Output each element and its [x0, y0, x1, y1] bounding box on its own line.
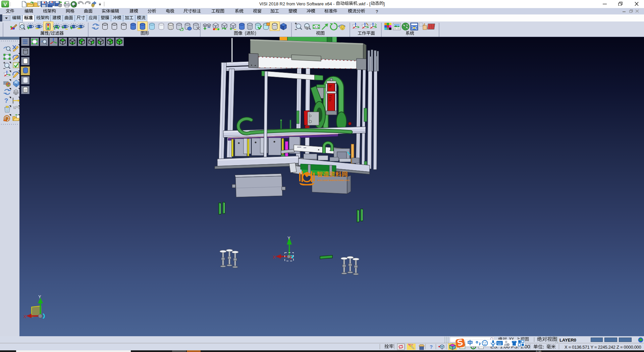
- svg-text:Y: Y: [287, 235, 290, 240]
- svg-text:1:1: 1:1: [315, 26, 319, 29]
- svg-text:?: ?: [4, 97, 8, 104]
- svg-text:X: X: [23, 314, 26, 319]
- svg-text:Y: Y: [38, 294, 41, 299]
- svg-text:7: 7: [507, 344, 509, 346]
- svg-text:X: X: [273, 255, 276, 260]
